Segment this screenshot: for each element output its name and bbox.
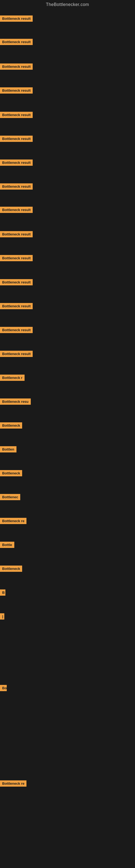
- bottleneck-badge[interactable]: Bottleneck result: [0, 327, 33, 333]
- bottleneck-item: Bottleneck result: [0, 63, 33, 71]
- bottleneck-badge[interactable]: Bottleneck result: [0, 39, 33, 45]
- bottleneck-item: Bo: [0, 685, 7, 692]
- bottleneck-item: Bottleneck result: [0, 183, 33, 191]
- bottleneck-badge[interactable]: Bottleneck result: [0, 16, 33, 22]
- bottleneck-badge[interactable]: Bottleneck: [0, 470, 22, 476]
- bottleneck-item: Bottle: [0, 542, 14, 549]
- bottleneck-badge[interactable]: Bottleneck result: [0, 207, 33, 213]
- bottleneck-item: Bottleneck result: [0, 303, 33, 310]
- bottleneck-item: Bottleneck result: [0, 87, 33, 95]
- bottleneck-item: Bottleneck: [0, 565, 22, 573]
- bottleneck-item: Bottleneck re: [0, 780, 27, 788]
- bottleneck-badge[interactable]: Bottleneck result: [0, 87, 33, 94]
- bottleneck-item: Bottleneck result: [0, 255, 33, 262]
- bottleneck-badge[interactable]: Bottleneck result: [0, 135, 33, 142]
- bottleneck-badge[interactable]: Bottleneck result: [0, 112, 33, 118]
- bottleneck-badge[interactable]: Bottleneck result: [0, 231, 33, 237]
- bottleneck-item: Bottleneck resu: [0, 399, 31, 406]
- bottleneck-badge[interactable]: Bottleneck result: [0, 351, 33, 357]
- bottleneck-item: Bottleneck: [0, 422, 22, 430]
- bottleneck-item: Bottleneck result: [0, 159, 33, 167]
- bottleneck-badge[interactable]: Bottleneck result: [0, 159, 33, 166]
- bottleneck-item: Bottleneck r: [0, 375, 25, 382]
- bottleneck-badge[interactable]: Bottleneck re: [0, 780, 27, 786]
- bottleneck-badge[interactable]: Bottleneck re: [0, 518, 27, 524]
- bottleneck-badge[interactable]: Bottle: [0, 542, 14, 548]
- bottleneck-item: Bottleneck result: [0, 16, 33, 23]
- bottleneck-badge[interactable]: Bottleneck result: [0, 183, 33, 190]
- bottleneck-item: Bottleneck result: [0, 135, 33, 143]
- bottleneck-item: Bottleneck: [0, 470, 22, 477]
- bottleneck-badge[interactable]: B: [0, 589, 5, 596]
- bottleneck-badge[interactable]: Bottleneck resu: [0, 399, 31, 405]
- bottleneck-badge[interactable]: Bottleneck result: [0, 303, 33, 309]
- bottleneck-item: Bottleneck result: [0, 327, 33, 334]
- bottleneck-item: |: [0, 613, 4, 621]
- bottleneck-badge[interactable]: Bottleneck result: [0, 63, 33, 70]
- bottleneck-badge[interactable]: Bottleneck: [0, 565, 22, 572]
- bottleneck-item: Bottleneck result: [0, 231, 33, 239]
- bottleneck-badge[interactable]: Bottleneck result: [0, 279, 33, 285]
- bottleneck-badge[interactable]: Bottleneck result: [0, 255, 33, 261]
- bottleneck-badge[interactable]: Bottlen: [0, 446, 16, 453]
- bottleneck-item: Bottleneck result: [0, 39, 33, 46]
- bottleneck-badge[interactable]: |: [0, 613, 4, 620]
- bottleneck-item: Bottleneck result: [0, 207, 33, 214]
- bottleneck-item: Bottleneck re: [0, 518, 27, 525]
- bottleneck-badge[interactable]: Bottleneck r: [0, 375, 25, 381]
- bottleneck-item: Bottlenec: [0, 494, 20, 501]
- bottleneck-item: Bottleneck result: [0, 112, 33, 119]
- bottleneck-item: B: [0, 589, 5, 597]
- bottleneck-badge[interactable]: Bo: [0, 685, 7, 691]
- site-title: TheBottlenecker.com: [0, 0, 135, 9]
- bottleneck-badge[interactable]: Bottlenec: [0, 494, 20, 500]
- bottleneck-badge[interactable]: Bottleneck: [0, 422, 22, 429]
- bottleneck-item: Bottleneck result: [0, 351, 33, 358]
- bottleneck-item: Bottleneck result: [0, 279, 33, 286]
- bottleneck-item: Bottlen: [0, 446, 16, 454]
